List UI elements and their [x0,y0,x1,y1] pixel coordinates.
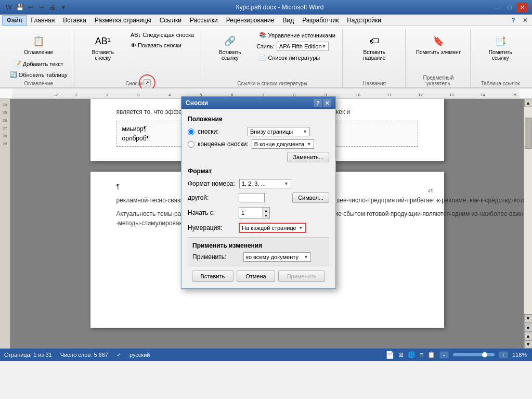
menu-view[interactable]: Вид [278,16,298,25]
redo-button[interactable]: ↪ [37,3,46,12]
menu-insert[interactable]: Вставка [59,16,90,25]
btn-caption[interactable]: 🏷 Вставить название [348,30,401,63]
btn-next-footnote[interactable]: AB↓ Следующая сноска [128,30,197,40]
btn-simvol[interactable]: Символ... [292,192,329,203]
ribbon-group-snoski: AB¹ Вставить сноску AB↓ Следующая сноска… [75,29,201,87]
btn-bibliography[interactable]: 📄 Список литературы [256,53,338,62]
row-numeratsiya: Нумерация: На каждой странице ▼ [188,223,329,233]
btn-mark-citation[interactable]: 📑 Пометить ссылку [476,30,525,63]
select-browse-button[interactable]: ● [524,324,533,332]
close-button[interactable]: ✕ [516,3,528,12]
menu-developer[interactable]: Разработчик [298,16,343,25]
dialog-help-button[interactable]: ? [314,99,322,107]
select-koncevye-position[interactable]: В конце документа ▼ [252,139,314,149]
vertical-scrollbar: ▲ ▼ ● ▲ ▼ [524,99,532,349]
save-button[interactable]: 💾 [15,3,24,12]
maximize-button[interactable]: □ [504,3,515,12]
view-print-btn[interactable]: 📄 [385,351,394,359]
view-outline-btn[interactable]: ≡ [420,351,423,358]
radio-snoska[interactable] [188,128,194,135]
view-full-btn[interactable]: ⊞ [398,351,404,358]
status-bar: Страница: 1 из 31 Число слов: 5 667 ✓ ру… [0,349,532,361]
zoom-slider-thumb[interactable] [482,352,487,357]
zoom-level[interactable]: 118% [512,352,528,358]
undo-button[interactable]: ↩ [26,3,35,12]
select-primenity[interactable]: ко всему документу ▼ [243,252,311,262]
quickaccess-dropdown[interactable]: ▾ [59,3,68,12]
menu-references[interactable]: Ссылки [155,16,186,25]
btn-add-text[interactable]: 📝 Добавить текст [11,59,66,69]
page-count: Страница: 1 из 31 [4,352,52,358]
spin-up[interactable]: ▲ [262,208,269,213]
ogl-icon: 📋 [30,33,47,49]
print-button[interactable]: 🖨 [48,3,57,12]
spin-nachat[interactable]: 1 ▲ ▼ [239,207,270,218]
btn-insert-footnote[interactable]: AB¹ Вставить сноску [80,30,126,63]
menu-addins[interactable]: Надстройки [343,16,385,25]
scroll-down-button[interactable]: ▼ [524,314,533,323]
ribbon: 📋 Оглавление 📝 Добавить текст 🔄 Обновить… [0,26,532,88]
btn-manage-sources[interactable]: 📚 Управление источниками [256,30,338,40]
word-icon[interactable]: W [4,3,14,12]
spin-btns: ▲ ▼ [262,208,269,218]
zoom-out-button[interactable]: - [439,351,449,358]
btn-show-notes[interactable]: 👁 Показать сноски [128,41,197,50]
manage-icon: 📚 [259,32,266,38]
footnotes-dialog[interactable]: Сноски ? ✕ Положение сноски: Внизу стран… [181,96,336,289]
page-marker: 4¶ [428,187,434,195]
btn-ogl[interactable]: 📋 Оглавление [20,30,57,58]
menu-file[interactable]: Файл [2,15,27,25]
style-dropdown-arrow: ▼ [322,44,327,49]
insertref-icon: 🔗 [222,33,238,49]
title-bar-left: W 💾 ↩ ↪ 🖨 ▾ [4,3,68,12]
btn-insert-ref[interactable]: 🔗 Вставить ссылку [206,30,253,63]
style-dropdown[interactable]: APA Fifth Edition ▼ [277,42,329,51]
spell-check[interactable]: ✓ [116,352,121,358]
select-snoska-arrow: ▼ [303,129,307,134]
btn-update-table[interactable]: 🔄 Обновить таблицу [7,70,70,80]
zoom-in-button[interactable]: + [499,351,508,358]
view-draft-btn[interactable]: 📋 [427,351,435,358]
btn-insert[interactable]: Вставить [192,271,234,282]
radio-koncevye[interactable] [188,141,194,148]
apply-label: Применить изменения [192,242,325,249]
window-title: Курс.ра6.docx - Microsoft Word [68,4,491,11]
scroll-track[interactable] [524,107,532,314]
snoski-expand-btn[interactable]: ↗ [144,79,151,86]
numeratsiya-arrow: ▼ [299,225,303,230]
section-poloj-label: Положение [188,115,329,123]
btn-replace[interactable]: Заменить... [287,152,329,162]
menu-bar: Файл Главная Вставка Разметка страницы С… [0,15,532,26]
select-format-nomera[interactable]: 1, 2, 3, ... ▼ [239,179,291,188]
menu-home[interactable]: Главная [27,16,59,25]
ribbon-content: 📋 Оглавление 📝 Добавить текст 🔄 Обновить… [0,26,532,87]
ribbon-toggle[interactable]: ✕ [521,16,530,25]
btn-cancel[interactable]: Отмена [237,271,275,282]
btn-apply[interactable]: Применить [278,271,326,282]
label-drugoi: другой: [188,194,235,201]
label-nachat: Начать с: [188,209,235,216]
spin-down[interactable]: ▼ [262,213,269,218]
menu-page-layout[interactable]: Разметка страницы [90,16,155,25]
btn-mark-entry[interactable]: 🔖 Пометить элемент [412,30,464,58]
spell-icon: ✓ [116,352,121,358]
ribbon-group-nazvaniya: 🏷 Вставить название Названия [344,29,406,87]
bibliography-icon: 📄 [259,54,266,61]
zoom-slider[interactable] [453,353,495,356]
prev-page-button[interactable]: ▲ [524,332,533,340]
input-drugoi[interactable] [239,193,265,202]
scroll-thumb[interactable] [525,118,532,149]
next-page-button[interactable]: ▼ [524,340,533,349]
row-primenity: Применить: ко всему документу ▼ [192,252,325,262]
help-button[interactable]: ? [508,16,518,25]
scroll-up-button[interactable]: ▲ [524,99,533,107]
select-snoska-position[interactable]: Внизу страницы ▼ [248,127,310,136]
view-web-btn[interactable]: 🌐 [408,351,416,358]
language[interactable]: русский [129,352,150,358]
menu-review[interactable]: Рецензирование [222,16,279,25]
dialog-close-button[interactable]: ✕ [323,99,331,107]
menu-mailings[interactable]: Рассылки [186,16,222,25]
select-numeratsiya[interactable]: На каждой странице ▼ [239,223,306,233]
minimize-button[interactable]: — [491,3,503,12]
apply-section: Применить изменения Применить: ко всему … [188,237,329,266]
